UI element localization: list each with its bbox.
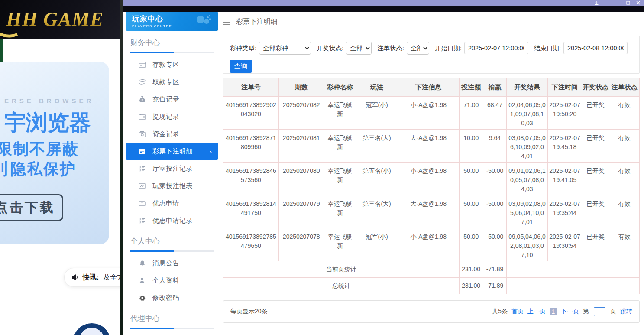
filter-panel: 彩种类型: 全部彩种 开奖状态: 全部 注单状态: 全部 开始日期: 结束日期:… [223, 36, 640, 74]
cell-bet-info: 小-A盘@1.98 [398, 228, 459, 261]
cell-bet-time: 2025-02-07 19:30:54 [547, 228, 582, 261]
cell-lottery-name: 幸运飞艇新 [324, 163, 356, 195]
summary-row-total: 总统计 231.00 -71.89 [223, 278, 640, 294]
first-page-link[interactable]: 首页 [511, 308, 524, 315]
next-page-link[interactable]: 下一页 [561, 308, 579, 315]
cell-draw-status: 已开奖 [582, 97, 609, 130]
current-page-badge[interactable]: 1 [550, 308, 557, 315]
sidebar-item-hall-bet-record[interactable]: 厅室投注记录 [126, 160, 218, 177]
players-center-window: 玩家中心 PLAYERS CENTER 财务中心 存款专区 取款专区 充值记录 [123, 0, 644, 335]
hamburger-menu-icon[interactable] [223, 19, 231, 25]
prev-page-link[interactable]: 上一页 [527, 308, 546, 315]
summary-bet-amount: 231.00 [459, 261, 483, 278]
banner-title: 宇浏览器 [4, 108, 91, 137]
cell-order-no: 401569173892785479650 [223, 228, 279, 261]
cell-bet-amount: 71.00 [459, 97, 483, 130]
chart-report-icon [138, 182, 146, 190]
jump-link[interactable]: 跳转 [620, 308, 632, 315]
col-bet-time: 下注时间 [547, 78, 582, 97]
summary-label: 总统计 [223, 278, 460, 294]
page-number-input[interactable] [594, 307, 605, 316]
cell-period: 20250207078 [278, 228, 324, 261]
sidebar-item-withdraw-zone[interactable]: 取款专区 [126, 73, 218, 91]
cell-order-status: 有效 [609, 195, 639, 228]
banner-download-button[interactable]: 点击下载 [0, 194, 63, 221]
sidebar-item-announcements[interactable]: 消息公告 [126, 254, 218, 272]
cell-bet-amount: 50.00 [459, 163, 483, 195]
sidebar-item-withdrawal-record[interactable]: 提现记录 [126, 108, 218, 125]
sidebar-item-deposit-zone[interactable]: 存款专区 [126, 56, 218, 73]
cell-winloss: -50.00 [483, 163, 507, 195]
cell-play: 第三名(大) [356, 130, 398, 163]
per-page-text: 每页显示20条 [230, 308, 268, 315]
query-button[interactable]: 查询 [230, 60, 252, 73]
sidebar-item-label: 提现记录 [152, 113, 179, 121]
summary-empty [507, 278, 640, 294]
cell-order-status: 有效 [609, 228, 639, 261]
sidebar-item-label: 取款专区 [152, 78, 179, 86]
download-arrow-icon[interactable] [594, 0, 599, 5]
cell-winloss: -50.00 [483, 228, 507, 261]
cell-lottery-name: 幸运飞艇新 [324, 130, 356, 163]
sidebar-item-label: 彩票下注明细 [152, 147, 193, 156]
order-status-select[interactable]: 全部 [407, 42, 429, 55]
page-header: 彩票下注明细 [223, 17, 640, 26]
money-bag-icon [138, 95, 146, 103]
site-logo[interactable]: HH GAME [6, 8, 104, 31]
cell-lottery-name: 幸运飞艇新 [324, 97, 356, 130]
cell-lottery-name: 幸运飞艇新 [324, 195, 356, 228]
cell-bet-time: 2025-02-07 19:35:44 [547, 195, 582, 228]
total-count-text: 共5条 [492, 308, 508, 315]
cell-bet-info: 大-A盘@1.98 [398, 130, 459, 163]
cell-period: 20250207081 [278, 130, 324, 163]
cell-winloss: -50.00 [483, 195, 507, 228]
close-icon[interactable] [636, 0, 641, 5]
end-date-input[interactable] [563, 42, 628, 54]
cell-bet-amount: 50.00 [459, 195, 483, 228]
cell-draw-status: 已开奖 [582, 228, 609, 261]
lottery-type-select[interactable]: 全部彩种 [259, 42, 311, 55]
maximize-icon[interactable] [626, 0, 631, 5]
cell-period: 20250207080 [278, 163, 324, 195]
sidebar-item-change-password[interactable]: 修改密码 [126, 289, 218, 306]
sidebar-item-promo-apply-record[interactable]: 优惠申请记录 [126, 212, 218, 229]
col-play: 玩法 [356, 78, 398, 97]
sidebar-item-recharge-record[interactable]: 充值记录 [126, 91, 218, 108]
cell-period: 20250207079 [278, 195, 324, 228]
cell-bet-info: 大-A盘@1.98 [398, 195, 459, 228]
browser-promo-banner[interactable]: ERSE BROWSER 宇浏览器 限制不屏蔽 刂隐私保护 点击下载 [0, 62, 109, 244]
summary-winloss: -71.89 [483, 278, 507, 294]
background-page: HH GAME ERSE BROWSER 宇浏览器 限制不屏蔽 刂隐私保护 点击… [0, 0, 120, 335]
site-logo-area: HH GAME [0, 0, 120, 39]
news-ticker[interactable]: 快讯: 及全方位 [64, 268, 120, 287]
draw-status-select[interactable]: 全部 [346, 42, 372, 55]
ticker-label: 快讯: [83, 273, 99, 282]
sidebar-item-player-bet-report[interactable]: 玩家投注报表 [126, 177, 218, 195]
cell-bet-time: 2025-02-07 19:41:05 [547, 163, 582, 195]
sidebar-item-lottery-bet-detail[interactable]: 彩票下注明细 › [126, 143, 218, 160]
cell-bet-amount: 10.00 [459, 130, 483, 163]
page-divider [120, 0, 123, 335]
wallet-icon [138, 113, 146, 120]
sidebar-item-funds-record[interactable]: 资金记录 [126, 125, 218, 143]
sidebar-item-profile[interactable]: 个人资料 [126, 272, 218, 289]
sidebar: 玩家中心 PLAYERS CENTER 财务中心 存款专区 取款专区 充值记录 [126, 12, 218, 335]
cell-order-no: 401569173892902043020 [223, 97, 279, 130]
sidebar-item-label: 修改密码 [152, 294, 179, 302]
summary-bet-amount: 231.00 [459, 278, 483, 294]
start-date-input[interactable] [464, 42, 528, 54]
cell-winloss: 9.64 [483, 130, 507, 163]
cell-draw-result: 03,09,02,08,05,06,04,10,07,01 [507, 195, 547, 228]
order-status-label: 注单状态: [377, 44, 404, 52]
sidebar-header: 玩家中心 PLAYERS CENTER [126, 12, 218, 31]
sidebar-item-promo-apply[interactable]: 优惠申请 [126, 195, 218, 212]
cell-draw-result: 03,08,07,05,06,10,09,02,04,01 [507, 130, 547, 163]
floating-logo-badge[interactable] [73, 323, 111, 335]
cell-winloss: 68.47 [483, 97, 507, 130]
cell-bet-amount: 50.00 [459, 228, 483, 261]
left-edge-decoration [0, 39, 3, 64]
col-order-status: 注单状态 [609, 78, 639, 97]
sidebar-item-label: 厅室投注记录 [152, 165, 193, 173]
sidebar-item-cutoff[interactable] [126, 332, 218, 335]
col-lottery-name: 彩种名称 [324, 78, 356, 97]
